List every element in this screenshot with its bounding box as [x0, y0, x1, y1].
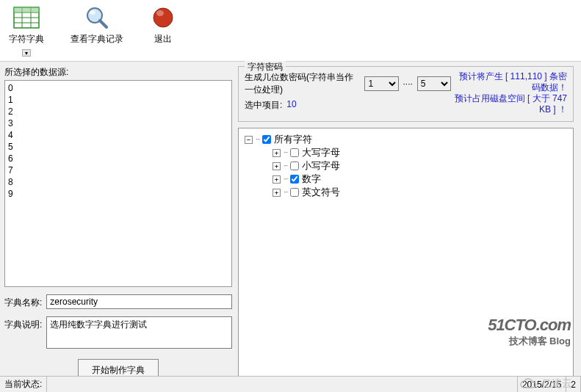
- node-label: 数字: [302, 173, 321, 186]
- svg-point-11: [154, 8, 173, 27]
- list-item[interactable]: 0: [8, 82, 228, 94]
- expand-icon[interactable]: +: [273, 175, 281, 184]
- collapse-icon[interactable]: −: [245, 136, 253, 144]
- node-checkbox[interactable]: [290, 188, 299, 197]
- tree-connector: ···: [284, 186, 287, 199]
- exit-label: 退出: [154, 33, 172, 46]
- exit-icon: [150, 4, 176, 31]
- tree-node-lower[interactable]: + ··· 小写字母: [273, 159, 567, 173]
- node-label: 小写字母: [302, 159, 340, 173]
- status-label: 当前状态:: [0, 377, 47, 392]
- char-dict-dropdown[interactable]: ▾: [22, 49, 31, 57]
- view-records-button[interactable]: 查看字典记录: [66, 3, 128, 47]
- prediction-line-2: 预计占用磁盘空间 [ 大于 747 KB ] ！: [451, 93, 567, 115]
- node-checkbox[interactable]: [290, 148, 299, 157]
- group-legend: 字符密码: [245, 61, 286, 73]
- tree-root[interactable]: − ··· 所有字符: [245, 133, 567, 146]
- status-fill: [47, 377, 518, 392]
- expand-icon[interactable]: +: [273, 189, 281, 197]
- status-bar: 当前状态: 2015/2/15 2: [0, 376, 581, 392]
- right-panel: 字符密码 生成几位数密码(字符串当作一位处理) 1 ···· 5 选中项目: 1…: [238, 66, 577, 382]
- source-label: 所选择的数据源:: [4, 66, 232, 79]
- list-item[interactable]: 8: [8, 176, 228, 188]
- prediction-text: 预计将产生 [ 111,110 ] 条密码数据！ 预计占用磁盘空间 [ 大于 7…: [451, 71, 567, 115]
- dict-desc-label: 字典说明:: [4, 316, 42, 331]
- tree-connector: ···: [284, 146, 287, 159]
- list-item[interactable]: 1: [8, 94, 228, 106]
- tree-node-digits[interactable]: + ··· 数字: [273, 173, 567, 186]
- list-item[interactable]: 5: [8, 141, 228, 153]
- range-dots: ····: [403, 79, 413, 89]
- tree-node-symbols[interactable]: + ··· 英文符号: [273, 186, 567, 199]
- gen-label: 生成几位数密码(字符串当作一位处理): [245, 71, 360, 96]
- tree-connector: ···: [256, 133, 259, 146]
- expand-icon[interactable]: +: [273, 149, 281, 157]
- view-records-label: 查看字典记录: [71, 33, 123, 46]
- list-item[interactable]: 3: [8, 117, 228, 129]
- tree-connector: ···: [284, 159, 287, 173]
- main-toolbar: 字符字典 ▾ 查看字典记录 退出: [0, 0, 581, 62]
- dict-desc-input[interactable]: 选用纯数字字典进行测试: [46, 316, 232, 349]
- svg-line-10: [100, 21, 107, 27]
- tree-connector: ···: [284, 173, 287, 186]
- exit-button[interactable]: 退出: [145, 3, 181, 47]
- list-item[interactable]: 9: [8, 188, 228, 200]
- svg-point-12: [156, 10, 164, 16]
- root-checkbox[interactable]: [262, 135, 271, 144]
- char-dict-button[interactable]: 字符字典 ▾: [4, 3, 48, 58]
- char-dict-label: 字符字典: [9, 33, 44, 46]
- list-item[interactable]: 6: [8, 153, 228, 164]
- list-item[interactable]: 2: [8, 106, 228, 117]
- main-area: 所选择的数据源: 0 1 2 3 4 5 6 7 8 9 字典名称: 字典说明:…: [0, 62, 581, 386]
- prediction-line-1: 预计将产生 [ 111,110 ] 条密码数据！: [451, 71, 567, 93]
- status-extra: 2: [566, 377, 581, 392]
- selected-value: 10: [286, 99, 296, 112]
- source-listbox[interactable]: 0 1 2 3 4 5 6 7 8 9: [4, 80, 232, 287]
- max-length-select[interactable]: 5: [417, 76, 451, 91]
- char-tree[interactable]: − ··· 所有字符 + ··· 大写字母 + ··· 小写字母: [238, 128, 574, 382]
- svg-rect-7: [14, 7, 39, 12]
- node-label: 英文符号: [302, 186, 340, 199]
- min-length-select[interactable]: 1: [364, 76, 398, 91]
- left-panel: 所选择的数据源: 0 1 2 3 4 5 6 7 8 9 字典名称: 字典说明:…: [4, 66, 232, 382]
- node-checkbox[interactable]: [290, 161, 299, 170]
- spreadsheet-icon: [13, 4, 40, 31]
- magnifier-icon: [84, 4, 110, 31]
- list-item[interactable]: 7: [8, 164, 228, 176]
- char-password-group: 字符密码 生成几位数密码(字符串当作一位处理) 1 ···· 5 选中项目: 1…: [238, 66, 574, 122]
- list-item[interactable]: 4: [8, 129, 228, 141]
- dict-name-label: 字典名称:: [4, 294, 42, 309]
- node-checkbox[interactable]: [290, 175, 299, 184]
- status-date: 2015/2/15: [518, 377, 566, 392]
- tree-node-upper[interactable]: + ··· 大写字母: [273, 146, 567, 159]
- selected-label: 选中项目:: [245, 99, 282, 112]
- expand-icon[interactable]: +: [273, 162, 281, 170]
- node-label: 大写字母: [302, 146, 340, 159]
- svg-point-9: [90, 10, 95, 15]
- dict-name-input[interactable]: [46, 294, 232, 309]
- root-label: 所有字符: [274, 133, 312, 146]
